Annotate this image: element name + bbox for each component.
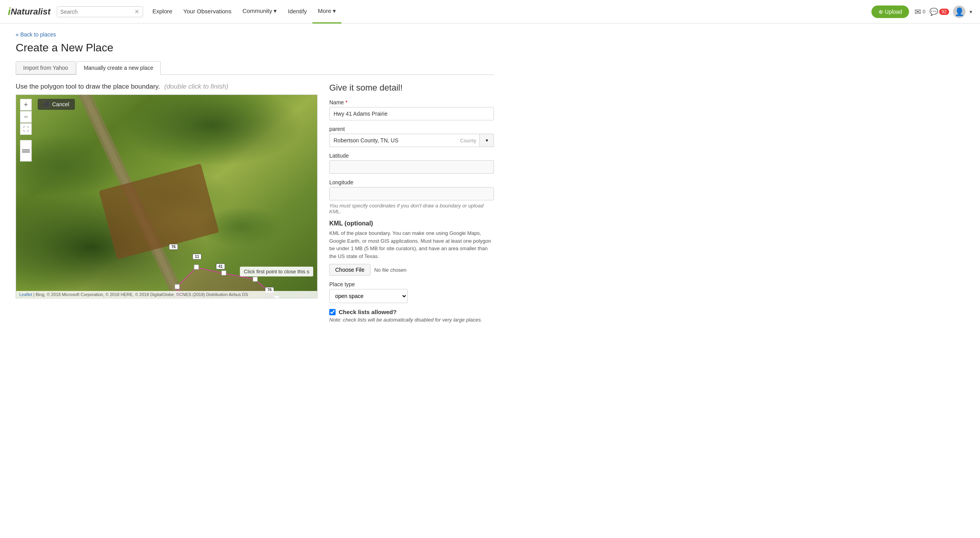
avatar[interactable]: 👤	[953, 5, 965, 18]
name-label: Name *	[329, 99, 494, 105]
mail-icon: ✉	[915, 7, 921, 16]
map-layer-btn[interactable]	[20, 140, 32, 162]
map-controls: + − ⛶	[20, 99, 32, 135]
toggle-icon: ⬛	[43, 101, 50, 107]
logo[interactable]: i Naturalist	[8, 5, 51, 18]
latitude-input[interactable]	[329, 160, 494, 174]
place-type-select[interactable]: open space town park county state countr…	[329, 289, 408, 303]
latitude-field-group: Latitude	[329, 153, 494, 174]
nav-link-identify[interactable]: Identify	[282, 0, 312, 24]
cancel-draw-button[interactable]: ⬛ Cancel	[38, 99, 75, 110]
nav-link-community[interactable]: Community ▾	[237, 0, 282, 24]
form-section: Give it some detail! Name * parent Count…	[329, 83, 494, 323]
zoom-out-button[interactable]: −	[20, 111, 32, 123]
check-lists-checkbox[interactable]	[329, 309, 336, 315]
parent-dropdown-button[interactable]: ▾	[480, 134, 494, 147]
main-layout: Use the polygon tool to draw the place b…	[16, 83, 494, 323]
place-type-group: Place type open space town park county s…	[329, 281, 494, 303]
nav-link-explore[interactable]: Explore	[147, 0, 178, 24]
page-title: Create a New Place	[16, 42, 494, 54]
search-input[interactable]	[60, 9, 133, 15]
fullscreen-button[interactable]: ⛶	[20, 123, 32, 135]
cancel-label: Cancel	[52, 101, 69, 107]
no-file-text: No file chosen	[374, 267, 407, 273]
parent-placeholder: County	[457, 134, 480, 147]
required-asterisk: *	[345, 99, 347, 105]
search-box[interactable]: ✕	[57, 6, 143, 17]
page-content: « Back to places Create a New Place Impo…	[0, 24, 510, 331]
tab-import-yahoo[interactable]: Import from Yahoo	[16, 61, 76, 75]
parent-select-wrap: County ▾	[329, 134, 494, 147]
tab-manually-create[interactable]: Manually create a new place	[76, 61, 161, 75]
road-marker-11: 11	[192, 254, 201, 260]
road-marker-76a: 76	[169, 244, 178, 250]
map-hint: (double click to finish)	[164, 83, 228, 90]
avatar-chevron-icon[interactable]: ▾	[969, 9, 972, 15]
avatar-icon: 👤	[955, 7, 964, 16]
map-attribution: Leaflet | Bing, © 2018 Microsoft Corpora…	[16, 291, 317, 298]
tabs: Import from Yahoo Manually create a new …	[16, 61, 494, 75]
longitude-input[interactable]	[329, 187, 494, 200]
nav-icons: ✉ 0 💬 92 👤 ▾	[915, 5, 972, 18]
map-container[interactable]: 76 11 41 76 41 + − ⛶ ⬛ Cancel	[16, 95, 318, 298]
map-instruction: Use the polygon tool to draw the place b…	[16, 83, 318, 91]
alert-icon: 💬	[929, 7, 938, 16]
parent-label: parent	[329, 126, 494, 132]
nav-links: Explore Your Observations Community ▾ Id…	[147, 0, 341, 24]
nav-link-more[interactable]: More ▾	[312, 0, 341, 24]
upload-button[interactable]: ⊕ Upload	[871, 5, 909, 18]
map-layer-controls	[20, 140, 32, 162]
name-field-group: Name *	[329, 99, 494, 120]
check-lists-note: Note: check lists will be automatically …	[329, 317, 494, 323]
attribution-text: | Bing, © 2018 Microsoft Corporation, © …	[33, 292, 248, 297]
back-link[interactable]: « Back to places	[16, 31, 56, 38]
check-row: Check lists allowed?	[329, 309, 494, 315]
navbar: i Naturalist ✕ Explore Your Observations…	[0, 0, 980, 24]
road-marker-41a: 41	[216, 264, 225, 269]
latitude-label: Latitude	[329, 153, 494, 159]
kml-label: KML (optional)	[329, 220, 494, 227]
map-click-message: Click first point to close this s	[240, 267, 313, 276]
longitude-field-group: Longitude	[329, 179, 494, 200]
check-lists-label: Check lists allowed?	[339, 309, 397, 315]
kml-section: KML (optional) KML of the place boundary…	[329, 220, 494, 276]
nav-link-your-observations[interactable]: Your Observations	[178, 0, 237, 24]
check-lists-group: Check lists allowed? Note: check lists w…	[329, 309, 494, 323]
choose-file-button[interactable]: Choose File	[329, 264, 370, 276]
name-input[interactable]	[329, 107, 494, 120]
logo-text: Naturalist	[11, 7, 50, 17]
kml-desc: KML of the place boundary. You can make …	[329, 229, 494, 260]
zoom-in-button[interactable]: +	[20, 99, 32, 111]
parent-field-group: parent County ▾	[329, 126, 494, 147]
mail-count: 0	[922, 9, 925, 15]
alert-icon-wrapper[interactable]: 💬 92	[929, 7, 949, 16]
coord-hint: You must specify coordinates if you don'…	[329, 203, 494, 214]
file-input-row: Choose File No file chosen	[329, 264, 494, 276]
logo-i: i	[8, 5, 11, 18]
leaflet-link[interactable]: Leaflet	[19, 292, 32, 297]
map-section: Use the polygon tool to draw the place b…	[16, 83, 318, 298]
form-title: Give it some detail!	[329, 83, 494, 93]
search-clear-icon[interactable]: ✕	[134, 8, 140, 15]
place-type-label: Place type	[329, 281, 494, 287]
longitude-label: Longitude	[329, 179, 494, 185]
alert-count: 92	[939, 9, 949, 15]
parent-input[interactable]	[329, 134, 457, 147]
mail-icon-wrapper[interactable]: ✉ 0	[915, 7, 925, 16]
